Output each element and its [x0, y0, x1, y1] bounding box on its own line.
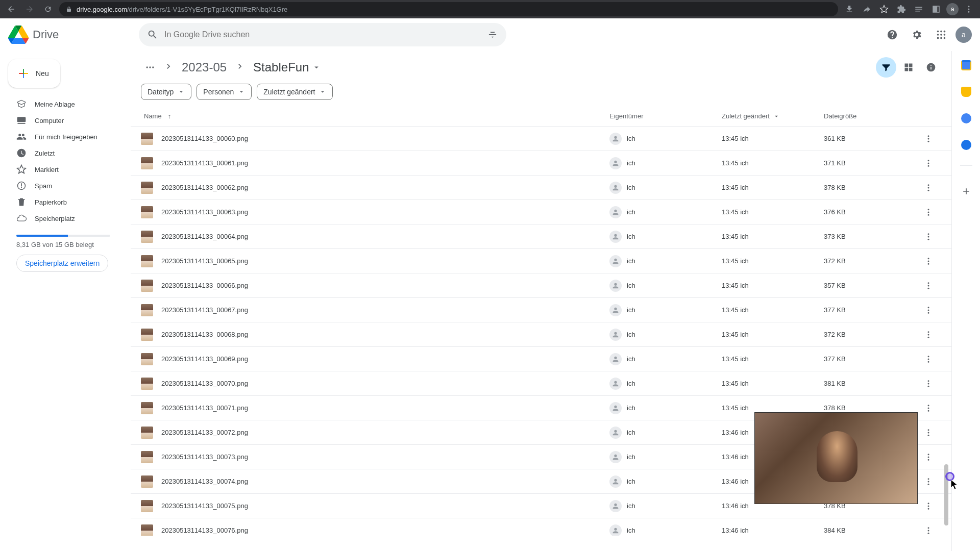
info-button[interactable] — [921, 57, 941, 78]
row-more-icon[interactable] — [920, 131, 937, 147]
owner-label: ich — [627, 404, 635, 412]
owner-avatar-icon — [609, 182, 622, 194]
row-more-icon[interactable] — [920, 180, 937, 196]
file-thumbnail — [141, 353, 153, 365]
row-more-icon[interactable] — [920, 473, 937, 490]
install-app-icon[interactable] — [842, 2, 856, 16]
owner-label: ich — [627, 453, 635, 461]
file-name: 20230513114133_00060.png — [161, 135, 609, 142]
column-size[interactable]: Dateigröße — [824, 112, 916, 120]
row-more-icon[interactable] — [920, 449, 937, 465]
filter-modified-chip[interactable]: Zuletzt geändert — [257, 84, 333, 100]
sidebar-item-shared[interactable]: Für mich freigegeben — [4, 129, 122, 145]
url-bar[interactable]: drive.google.com/drive/folders/1-V1s5YyE… — [59, 2, 838, 16]
file-thumbnail — [141, 378, 153, 390]
lock-icon — [65, 6, 72, 12]
sidebar-item-star[interactable]: Markiert — [4, 161, 122, 178]
row-more-icon[interactable] — [920, 302, 937, 318]
search-options-icon[interactable] — [487, 29, 498, 40]
trash-icon — [16, 197, 27, 207]
file-row[interactable]: 20230513114133_00061.png ich 13:45 ich 3… — [131, 151, 951, 176]
size-cell: 378 KB — [824, 184, 916, 191]
owner-avatar-icon — [609, 353, 622, 365]
size-cell: 377 KB — [824, 355, 916, 363]
file-row[interactable]: 20230513114133_00068.png ich 13:45 ich 3… — [131, 322, 951, 347]
row-more-icon[interactable] — [920, 498, 937, 514]
modified-cell: 13:45 ich — [722, 257, 824, 265]
file-row[interactable]: 20230513114133_00067.png ich 13:45 ich 3… — [131, 298, 951, 322]
row-more-icon[interactable] — [920, 204, 937, 220]
size-cell: 371 KB — [824, 159, 916, 167]
breadcrumb-current[interactable]: StableFun — [249, 58, 325, 77]
row-more-icon[interactable] — [920, 424, 937, 441]
size-cell: 377 KB — [824, 306, 916, 314]
account-avatar[interactable]: a — [955, 27, 972, 43]
breadcrumb-more-icon[interactable] — [141, 58, 159, 77]
add-addon-button[interactable] — [961, 186, 971, 198]
search-box[interactable] — [139, 23, 506, 46]
row-more-icon[interactable] — [920, 229, 937, 245]
back-button[interactable] — [4, 2, 18, 16]
svg-point-65 — [928, 527, 929, 529]
filter-toggle-button[interactable] — [876, 57, 896, 78]
file-row[interactable]: 20230513114133_00062.png ich 13:45 ich 3… — [131, 176, 951, 200]
svg-point-25 — [928, 189, 929, 191]
extensions-icon[interactable] — [894, 2, 909, 16]
apps-grid-icon[interactable] — [931, 24, 951, 45]
sidebar-item-cloud[interactable]: Speicherplatz — [4, 210, 122, 227]
grid-view-button[interactable] — [898, 57, 919, 78]
sidebar-item-storage[interactable]: Meine Ablage — [4, 96, 122, 112]
row-more-icon[interactable] — [920, 400, 937, 416]
column-modified[interactable]: Zuletzt geändert — [722, 112, 824, 120]
support-icon[interactable] — [882, 24, 902, 45]
drive-logo[interactable]: Drive — [8, 24, 130, 45]
file-row[interactable]: 20230513114133_00064.png ich 13:45 ich 3… — [131, 224, 951, 249]
keep-app-icon[interactable] — [956, 82, 976, 102]
breadcrumb: 2023-05 StableFun — [131, 55, 951, 82]
svg-point-57 — [928, 456, 929, 458]
row-more-icon[interactable] — [920, 253, 937, 269]
bookmark-star-icon[interactable] — [877, 2, 891, 16]
browser-menu-icon[interactable] — [962, 2, 976, 16]
row-more-icon[interactable] — [920, 375, 937, 392]
column-owner[interactable]: Eigentümer — [609, 112, 722, 120]
reload-button[interactable] — [41, 2, 55, 16]
file-row[interactable]: 20230513114133_00065.png ich 13:45 ich 3… — [131, 249, 951, 273]
file-row[interactable]: 20230513114133_00069.png ich 13:45 ich 3… — [131, 347, 951, 371]
contacts-app-icon[interactable] — [956, 135, 976, 155]
file-row[interactable]: 20230513114133_00066.png ich 13:45 ich 3… — [131, 273, 951, 298]
sidebar-item-spam[interactable]: Spam — [4, 178, 122, 194]
browser-profile-avatar[interactable]: a — [946, 3, 959, 15]
sidebar-item-recent[interactable]: Zuletzt — [4, 145, 122, 161]
upgrade-storage-button[interactable]: Speicherplatz erweitern — [16, 255, 108, 272]
row-more-icon[interactable] — [920, 351, 937, 367]
breadcrumb-parent[interactable]: 2023-05 — [178, 58, 231, 77]
file-row[interactable]: 20230513114133_00060.png ich 13:45 ich 3… — [131, 127, 951, 151]
scrollbar-thumb[interactable] — [944, 464, 948, 525]
reading-list-icon[interactable] — [912, 2, 926, 16]
file-row[interactable]: 20230513114133_00063.png ich 13:45 ich 3… — [131, 200, 951, 224]
filter-people-chip[interactable]: Personen — [197, 84, 252, 100]
row-more-icon[interactable] — [920, 522, 937, 536]
file-thumbnail — [141, 280, 153, 292]
column-name[interactable]: Name↑ — [141, 112, 609, 120]
calendar-app-icon[interactable] — [956, 55, 976, 76]
file-row[interactable]: 20230513114133_00070.png ich 13:45 ich 3… — [131, 371, 951, 396]
chevron-right-icon — [235, 61, 245, 73]
row-more-icon[interactable] — [920, 155, 937, 171]
row-more-icon[interactable] — [920, 278, 937, 294]
share-icon[interactable] — [860, 2, 874, 16]
sidebar-item-computer[interactable]: Computer — [4, 112, 122, 129]
owner-label: ich — [627, 502, 635, 510]
url-text: drive.google.com/drive/folders/1-V1s5YyE… — [77, 6, 287, 13]
filter-type-chip[interactable]: Dateityp — [141, 84, 191, 100]
new-button[interactable]: Neu — [8, 59, 60, 88]
settings-icon[interactable] — [906, 24, 927, 45]
side-panel-icon[interactable] — [929, 2, 943, 16]
tasks-app-icon[interactable] — [956, 108, 976, 129]
row-more-icon[interactable] — [920, 327, 937, 343]
sidebar-item-trash[interactable]: Papierkorb — [4, 194, 122, 210]
file-row[interactable]: 20230513114133_00076.png ich 13:46 ich 3… — [131, 518, 951, 536]
forward-button[interactable] — [22, 2, 37, 16]
search-input[interactable] — [164, 30, 481, 39]
